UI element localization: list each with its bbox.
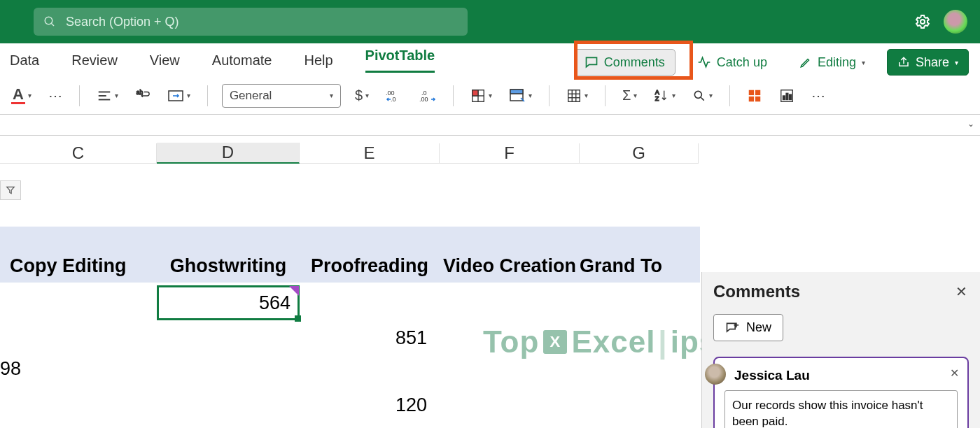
user-avatar[interactable]	[944, 10, 967, 34]
gear-icon	[914, 13, 931, 30]
new-comment-icon	[725, 321, 739, 335]
sort-icon: AZ	[654, 88, 669, 104]
pivot-col-videocreation[interactable]: Video Creation	[440, 255, 580, 277]
pivot-col-copyediting[interactable]: Copy Editing	[0, 255, 157, 277]
cells-icon	[566, 88, 582, 104]
number-format-select[interactable]: General▾	[222, 84, 341, 108]
currency-button[interactable]: $▾	[352, 85, 372, 106]
formula-bar[interactable]: ⌄	[0, 115, 980, 136]
more-font-button[interactable]: ⋯	[46, 85, 65, 107]
cell-e-bottom[interactable]: 120	[300, 394, 440, 416]
tab-review[interactable]: Review	[71, 52, 118, 69]
filter-indicator[interactable]	[0, 180, 21, 200]
spreadsheet-grid[interactable]: C D E F G Copy Editing Ghostwriting Proo…	[0, 136, 980, 428]
sort-filter-button[interactable]: AZ▾	[651, 85, 678, 106]
tab-view[interactable]: View	[150, 52, 180, 69]
svg-line-1	[51, 23, 54, 26]
svg-text:.00: .00	[419, 96, 428, 103]
fill-handle[interactable]	[295, 315, 301, 322]
editing-label: Editing	[818, 55, 856, 70]
format-toolbar: A▾ ⋯ ▾ ab ▾ General▾ $▾ .00.0 .0.00 ▾ ▾ …	[0, 77, 980, 115]
pivot-col-proofreading[interactable]: Proofreading	[300, 255, 440, 277]
search-icon	[43, 15, 56, 28]
search-input[interactable]: Search (Option + Q)	[34, 8, 468, 36]
action-bar: Comments Catch up Editing ▾ Share ▾	[574, 49, 969, 76]
wrap-text-button[interactable]: ab	[132, 85, 153, 106]
comments-button[interactable]: Comments	[574, 49, 676, 76]
col-header-f[interactable]: F	[440, 143, 580, 164]
tab-data[interactable]: Data	[10, 52, 39, 69]
comments-pane: Comments ✕ New Jessica Lau ✕ Our records…	[701, 272, 980, 428]
wrap-icon: ab	[135, 88, 150, 104]
catchup-button[interactable]: Catch up	[687, 49, 778, 76]
addins-button[interactable]	[744, 85, 765, 106]
svg-rect-36	[786, 93, 788, 99]
merge-button[interactable]: ▾	[164, 86, 193, 106]
svg-marker-38	[7, 187, 15, 193]
filter-icon	[6, 185, 15, 195]
comment-author-name: Jessica Lau	[734, 368, 958, 383]
share-label: Share	[916, 55, 949, 70]
svg-point-0	[45, 17, 52, 24]
increase-decimal-button[interactable]: .0.00	[416, 86, 439, 106]
col-header-c[interactable]: C	[0, 143, 157, 164]
font-color-button[interactable]: A▾	[8, 84, 34, 107]
editing-button[interactable]: Editing ▾	[789, 49, 876, 76]
col-header-d[interactable]: D	[157, 143, 300, 164]
table-style-button[interactable]: ▾	[506, 85, 535, 106]
comment-author-avatar	[705, 364, 726, 385]
svg-rect-16	[472, 90, 478, 95]
settings-button[interactable]	[914, 13, 931, 30]
activity-icon	[697, 55, 711, 69]
column-headers: C D E F G	[0, 136, 980, 171]
tab-pivottable[interactable]: PivotTable	[365, 48, 435, 73]
svg-text:.0: .0	[391, 96, 396, 103]
align-icon	[97, 88, 112, 104]
col-header-g[interactable]: G	[580, 143, 699, 164]
find-icon	[692, 89, 706, 103]
pivot-col-ghostwriting[interactable]: Ghostwriting	[157, 255, 300, 277]
cond-format-button[interactable]: ▾	[468, 85, 495, 106]
chevron-down-icon: ▾	[862, 59, 865, 66]
cell-e-val[interactable]: 851	[300, 327, 440, 349]
dec-decimal-icon: .00.0	[386, 89, 402, 103]
inc-decimal-icon: .0.00	[419, 89, 436, 103]
svg-rect-35	[783, 96, 785, 100]
watermark: TopXExcel|ips	[483, 324, 717, 359]
insert-cells-button[interactable]: ▾	[564, 85, 591, 106]
pencil-icon	[799, 56, 812, 69]
grid-icon	[470, 88, 486, 104]
merge-icon	[167, 89, 184, 103]
expand-fxbar-icon[interactable]: ⌄	[967, 119, 974, 129]
new-comment-button[interactable]: New	[713, 314, 783, 341]
chevron-down-icon: ▾	[955, 59, 958, 66]
svg-rect-31	[755, 90, 760, 94]
tab-help[interactable]: Help	[304, 52, 332, 69]
autosum-button[interactable]: Σ▾	[620, 85, 640, 106]
comment-text-input[interactable]: Our records show this invoice hasn't bee…	[724, 390, 958, 428]
dismiss-comment-button[interactable]: ✕	[950, 366, 959, 380]
share-icon	[897, 56, 910, 69]
comment-indicator-icon[interactable]	[289, 286, 299, 296]
selected-cell[interactable]: 564	[157, 285, 300, 320]
title-bar: Search (Option + Q)	[0, 0, 980, 43]
pivot-column-labels: Copy Editing Ghostwriting Proofreading V…	[0, 227, 700, 283]
close-comments-button[interactable]: ✕	[955, 283, 967, 300]
share-button[interactable]: Share ▾	[887, 49, 969, 76]
more-toolbar-button[interactable]: ⋯	[808, 85, 828, 107]
catchup-label: Catch up	[717, 55, 767, 70]
svg-rect-19	[510, 90, 523, 94]
analyze-data-button[interactable]	[776, 85, 797, 106]
col-header-e[interactable]: E	[300, 143, 440, 164]
svg-line-29	[701, 97, 704, 100]
pivot-col-grandtotal[interactable]: Grand To	[580, 255, 699, 277]
align-button[interactable]: ▾	[94, 85, 121, 106]
tab-automate[interactable]: Automate	[212, 52, 272, 69]
find-button[interactable]: ▾	[690, 86, 715, 106]
svg-point-2	[920, 20, 925, 24]
cell-row-left[interactable]: 98	[0, 358, 21, 380]
svg-rect-37	[790, 94, 792, 99]
svg-rect-33	[755, 96, 760, 101]
comment-icon	[584, 55, 598, 69]
decrease-decimal-button[interactable]: .00.0	[383, 86, 405, 106]
